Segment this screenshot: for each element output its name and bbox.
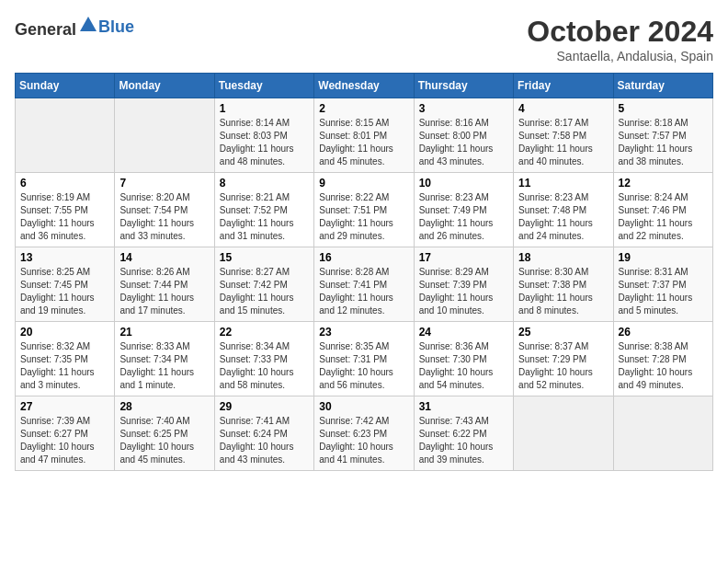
calendar-day-6: 6Sunrise: 8:19 AMSunset: 7:55 PMDaylight… <box>16 173 115 247</box>
calendar-day-1: 1Sunrise: 8:14 AMSunset: 8:03 PMDaylight… <box>214 98 313 173</box>
calendar-day-31: 31Sunrise: 7:43 AMSunset: 6:22 PMDayligh… <box>414 396 513 471</box>
day-info-text: Daylight: 11 hours and 48 minutes. <box>220 143 309 168</box>
day-info-text: Daylight: 11 hours and 45 minutes. <box>319 143 408 168</box>
day-info-text: Sunset: 7:55 PM <box>20 204 109 217</box>
day-info-text: Daylight: 11 hours and 19 minutes. <box>20 292 109 317</box>
day-number: 29 <box>220 400 309 413</box>
day-number: 10 <box>419 177 508 190</box>
day-info-text: Daylight: 10 hours and 56 minutes. <box>319 366 408 392</box>
calendar-day-22: 22Sunrise: 8:34 AMSunset: 7:33 PMDayligh… <box>214 322 313 396</box>
col-header-friday: Friday <box>514 74 613 98</box>
day-info-text: Sunset: 7:58 PM <box>518 130 608 143</box>
day-info-text: Daylight: 11 hours and 5 minutes. <box>619 292 708 317</box>
day-info-text: Daylight: 11 hours and 10 minutes. <box>419 292 508 317</box>
calendar-day-4: 4Sunrise: 8:17 AMSunset: 7:58 PMDaylight… <box>514 98 613 173</box>
day-number: 26 <box>619 326 708 339</box>
day-info-text: Sunset: 7:42 PM <box>220 279 309 292</box>
empty-cell <box>115 98 214 173</box>
day-info-text: Sunset: 7:44 PM <box>119 279 209 292</box>
day-info-text: Daylight: 11 hours and 22 minutes. <box>619 217 708 243</box>
day-info-text: Sunset: 7:49 PM <box>419 204 508 217</box>
calendar-day-5: 5Sunrise: 8:18 AMSunset: 7:57 PMDaylight… <box>613 98 712 173</box>
calendar-day-12: 12Sunrise: 8:24 AMSunset: 7:46 PMDayligh… <box>613 173 712 247</box>
calendar-day-20: 20Sunrise: 8:32 AMSunset: 7:35 PMDayligh… <box>16 322 115 396</box>
day-info-text: Sunset: 7:54 PM <box>119 204 209 217</box>
day-number: 2 <box>319 102 408 115</box>
day-number: 8 <box>220 177 309 190</box>
day-info-text: Daylight: 11 hours and 1 minute. <box>119 366 209 392</box>
calendar-day-27: 27Sunrise: 7:39 AMSunset: 6:27 PMDayligh… <box>16 396 115 471</box>
day-info-text: Sunset: 6:23 PM <box>319 428 408 441</box>
day-info-text: Sunset: 6:27 PM <box>20 428 109 441</box>
day-number: 18 <box>518 251 608 264</box>
day-info-text: Sunrise: 8:17 AM <box>518 117 608 130</box>
calendar-day-10: 10Sunrise: 8:23 AMSunset: 7:49 PMDayligh… <box>414 173 513 247</box>
day-info-text: Sunset: 7:52 PM <box>220 204 309 217</box>
calendar-day-26: 26Sunrise: 8:38 AMSunset: 7:28 PMDayligh… <box>613 322 712 396</box>
day-info-text: Sunrise: 8:37 AM <box>518 340 608 353</box>
calendar-day-13: 13Sunrise: 8:25 AMSunset: 7:45 PMDayligh… <box>16 247 115 322</box>
calendar-header-row: SundayMondayTuesdayWednesdayThursdayFrid… <box>16 74 713 98</box>
day-info-text: Daylight: 11 hours and 24 minutes. <box>518 217 608 243</box>
day-info-text: Daylight: 11 hours and 15 minutes. <box>220 292 309 317</box>
day-number: 17 <box>419 251 508 264</box>
day-info-text: Sunset: 7:31 PM <box>319 353 408 366</box>
day-info-text: Sunset: 7:28 PM <box>619 353 708 366</box>
calendar-day-9: 9Sunrise: 8:22 AMSunset: 7:51 PMDaylight… <box>314 173 414 247</box>
day-info-text: Daylight: 10 hours and 54 minutes. <box>419 366 508 392</box>
day-info-text: Sunrise: 8:19 AM <box>20 191 109 204</box>
day-info-text: Sunrise: 8:25 AM <box>20 266 109 279</box>
day-info-text: Daylight: 10 hours and 39 minutes. <box>419 441 508 466</box>
month-title: October 2024 <box>527 15 713 49</box>
day-info-text: Sunset: 7:51 PM <box>319 204 408 217</box>
day-number: 11 <box>518 177 608 190</box>
day-info-text: Daylight: 11 hours and 40 minutes. <box>518 143 608 168</box>
day-info-text: Sunset: 8:01 PM <box>319 130 408 143</box>
day-info-text: Sunrise: 8:24 AM <box>619 191 708 204</box>
calendar-day-28: 28Sunrise: 7:40 AMSunset: 6:25 PMDayligh… <box>115 396 214 471</box>
day-info-text: Sunrise: 8:27 AM <box>220 266 309 279</box>
day-info-text: Sunrise: 8:16 AM <box>419 117 508 130</box>
day-info-text: Daylight: 11 hours and 29 minutes. <box>319 217 408 243</box>
location-subtitle: Santaella, Andalusia, Spain <box>527 49 713 63</box>
day-info-text: Daylight: 10 hours and 58 minutes. <box>220 366 309 392</box>
day-number: 9 <box>319 177 408 190</box>
day-number: 12 <box>619 177 708 190</box>
day-info-text: Daylight: 11 hours and 36 minutes. <box>20 217 109 243</box>
calendar-day-17: 17Sunrise: 8:29 AMSunset: 7:39 PMDayligh… <box>414 247 513 322</box>
day-info-text: Sunrise: 8:34 AM <box>220 340 309 353</box>
day-info-text: Sunrise: 7:39 AM <box>20 415 109 428</box>
day-info-text: Sunset: 7:46 PM <box>619 204 708 217</box>
day-info-text: Sunrise: 8:36 AM <box>419 340 508 353</box>
col-header-tuesday: Tuesday <box>214 74 313 98</box>
calendar-day-8: 8Sunrise: 8:21 AMSunset: 7:52 PMDaylight… <box>214 173 313 247</box>
day-info-text: Sunset: 6:24 PM <box>220 428 309 441</box>
calendar-day-21: 21Sunrise: 8:33 AMSunset: 7:34 PMDayligh… <box>115 322 214 396</box>
day-number: 15 <box>220 251 309 264</box>
day-number: 20 <box>20 326 109 339</box>
calendar-day-29: 29Sunrise: 7:41 AMSunset: 6:24 PMDayligh… <box>214 396 313 471</box>
empty-cell <box>16 98 115 173</box>
day-info-text: Daylight: 11 hours and 8 minutes. <box>518 292 608 317</box>
calendar-day-11: 11Sunrise: 8:23 AMSunset: 7:48 PMDayligh… <box>514 173 613 247</box>
day-number: 21 <box>119 326 209 339</box>
day-info-text: Sunrise: 8:29 AM <box>419 266 508 279</box>
day-info-text: Daylight: 10 hours and 41 minutes. <box>319 441 408 466</box>
calendar-day-3: 3Sunrise: 8:16 AMSunset: 8:00 PMDaylight… <box>414 98 513 173</box>
empty-cell <box>514 396 613 471</box>
logo-blue: Blue <box>98 17 134 36</box>
day-info-text: Daylight: 11 hours and 3 minutes. <box>20 366 109 392</box>
day-number: 19 <box>619 251 708 264</box>
day-info-text: Sunset: 7:38 PM <box>518 279 608 292</box>
day-info-text: Sunrise: 8:31 AM <box>619 266 708 279</box>
logo-icon <box>78 15 98 35</box>
col-header-thursday: Thursday <box>414 74 513 98</box>
day-info-text: Daylight: 11 hours and 38 minutes. <box>619 143 708 168</box>
day-number: 13 <box>20 251 109 264</box>
day-info-text: Daylight: 11 hours and 33 minutes. <box>119 217 209 243</box>
day-info-text: Sunrise: 8:38 AM <box>619 340 708 353</box>
day-info-text: Sunrise: 8:23 AM <box>518 191 608 204</box>
day-number: 25 <box>518 326 608 339</box>
day-number: 27 <box>20 400 109 413</box>
day-info-text: Daylight: 11 hours and 12 minutes. <box>319 292 408 317</box>
